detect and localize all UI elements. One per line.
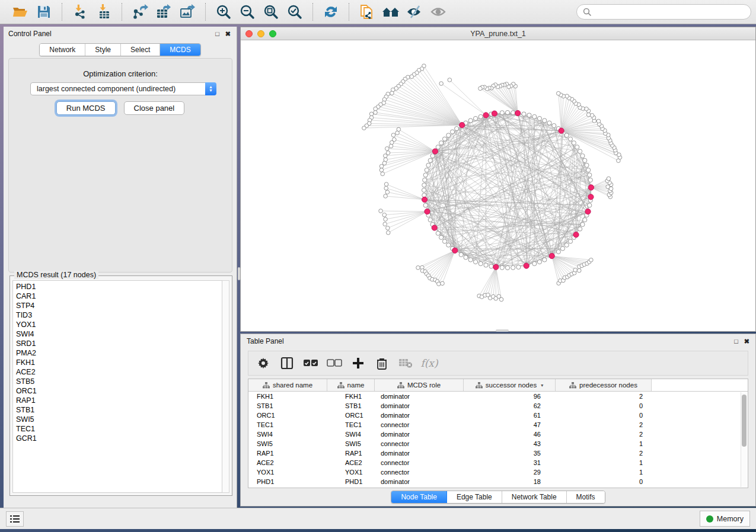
table-vertical-scrollbar[interactable]	[741, 392, 747, 487]
graph-node[interactable]	[575, 145, 579, 149]
mcds-result-item[interactable]: SWI4	[16, 329, 222, 339]
graph-node[interactable]	[422, 183, 426, 187]
mcds-result-list[interactable]: PHD1CAR1STP4TID3YOX1SWI4SRD1PMA2FKH1ACE2…	[12, 280, 222, 493]
graph-node[interactable]	[505, 265, 509, 270]
graph-node[interactable]	[439, 141, 444, 145]
show-home-panels-button[interactable]	[379, 2, 403, 21]
graph-leaf-node[interactable]	[382, 213, 387, 217]
add-column-button[interactable]	[349, 354, 367, 372]
graph-node[interactable]	[522, 112, 526, 116]
graph-node[interactable]	[568, 137, 572, 141]
graph-leaf-node[interactable]	[589, 258, 594, 262]
graph-node[interactable]	[560, 246, 564, 251]
graph-leaf-node[interactable]	[379, 168, 384, 172]
graph-leaf-node[interactable]	[369, 112, 374, 116]
export-network-button[interactable]	[128, 2, 152, 21]
table-row[interactable]: ORC1ORC1dominator610	[248, 411, 748, 420]
save-session-button[interactable]	[32, 2, 56, 21]
deselect-all-button[interactable]	[326, 354, 343, 372]
graph-node[interactable]	[511, 265, 515, 270]
task-history-button[interactable]	[6, 511, 24, 527]
table-row[interactable]: RAP1RAP1dominator352	[248, 448, 748, 458]
mcds-list-scrollbar[interactable]	[222, 280, 229, 493]
graph-node[interactable]	[464, 255, 468, 259]
graph-leaf-node[interactable]	[590, 113, 594, 117]
graph-leaf-node[interactable]	[383, 222, 387, 226]
horizontal-splitter-grip[interactable]	[496, 329, 509, 332]
graph-node[interactable]	[500, 111, 504, 115]
graph-hub-node[interactable]	[432, 149, 438, 154]
graph-node[interactable]	[436, 231, 440, 235]
column-header-successor-nodes[interactable]: successor nodes▾	[464, 379, 556, 391]
birdseye-view-button[interactable]	[426, 2, 450, 21]
graph-leaf-node[interactable]	[479, 86, 483, 91]
graph-leaf-node[interactable]	[384, 182, 388, 187]
table-tab-motifs[interactable]: Motifs	[567, 491, 605, 503]
graph-hub-node[interactable]	[588, 194, 594, 200]
zoom-in-button[interactable]	[212, 2, 235, 21]
graph-node[interactable]	[543, 258, 547, 262]
import-network-button[interactable]	[68, 2, 92, 21]
clone-network-button[interactable]	[355, 2, 379, 21]
network-canvas[interactable]	[241, 40, 755, 331]
graph-leaf-node[interactable]	[384, 154, 388, 158]
search-field[interactable]	[576, 4, 751, 20]
mcds-result-item[interactable]: STB5	[16, 377, 222, 386]
column-layout-button[interactable]	[278, 354, 296, 372]
table-row[interactable]: SWI4SWI4dominator462	[248, 430, 748, 439]
graph-leaf-node[interactable]	[385, 147, 389, 151]
tab-mcds[interactable]: MCDS	[160, 44, 200, 56]
graph-node[interactable]	[423, 173, 428, 177]
graph-node[interactable]	[446, 243, 451, 247]
zoom-selected-button[interactable]	[283, 2, 307, 21]
graph-node[interactable]	[426, 163, 430, 167]
column-header-predecessor-nodes[interactable]: predecessor nodes	[556, 379, 652, 391]
graph-hub-node[interactable]	[493, 264, 499, 270]
graph-leaf-node[interactable]	[586, 113, 591, 117]
graph-hub-node[interactable]	[422, 197, 427, 202]
tab-network[interactable]: Network	[40, 44, 85, 56]
graph-hub-node[interactable]	[585, 209, 591, 214]
mcds-result-item[interactable]: TID3	[16, 310, 222, 320]
hide-detail-button[interactable]	[403, 2, 426, 21]
mcds-result-item[interactable]: FKH1	[16, 358, 222, 367]
graph-node[interactable]	[511, 111, 515, 115]
graph-node[interactable]	[489, 264, 493, 268]
graph-node[interactable]	[423, 203, 428, 207]
graph-node[interactable]	[564, 133, 569, 137]
graph-leaf-node[interactable]	[379, 164, 384, 168]
graph-leaf-node[interactable]	[381, 172, 385, 176]
column-header-MCDS-role[interactable]: MCDS role	[375, 379, 464, 391]
graph-node[interactable]	[578, 227, 582, 231]
zoom-fit-button[interactable]	[259, 2, 283, 21]
graph-node[interactable]	[422, 188, 426, 192]
graph-leaf-node[interactable]	[362, 126, 366, 130]
graph-leaf-node[interactable]	[391, 133, 395, 137]
graph-leaf-node[interactable]	[395, 131, 400, 135]
graph-hub-node[interactable]	[549, 253, 554, 258]
graph-node[interactable]	[446, 133, 451, 137]
mcds-result-item[interactable]: SRD1	[16, 339, 222, 348]
graph-leaf-node[interactable]	[577, 268, 581, 273]
graph-node[interactable]	[588, 173, 592, 177]
mcds-result-item[interactable]: ACE2	[16, 367, 222, 377]
graph-hub-node[interactable]	[460, 123, 465, 128]
mcds-result-item[interactable]: TEC1	[16, 424, 222, 434]
graph-leaf-node[interactable]	[556, 91, 560, 95]
graph-leaf-node[interactable]	[441, 281, 445, 286]
apply-layout-button[interactable]	[319, 2, 343, 21]
graph-leaf-node[interactable]	[416, 266, 420, 270]
graph-leaf-node[interactable]	[585, 107, 589, 111]
table-row[interactable]: ACE2ACE2connector311	[248, 458, 748, 467]
graph-node[interactable]	[532, 114, 537, 118]
graph-node[interactable]	[473, 259, 477, 264]
search-input[interactable]	[595, 8, 745, 16]
table-row[interactable]: YOX1YOX1connector291	[248, 467, 748, 477]
graph-node[interactable]	[468, 258, 473, 262]
graph-leaf-node[interactable]	[386, 226, 390, 230]
run-mcds-button[interactable]: Run MCDS	[56, 101, 116, 115]
graph-node[interactable]	[532, 261, 537, 265]
graph-leaf-node[interactable]	[379, 209, 383, 213]
tab-style[interactable]: Style	[85, 44, 121, 56]
graph-leaf-node[interactable]	[384, 194, 388, 198]
